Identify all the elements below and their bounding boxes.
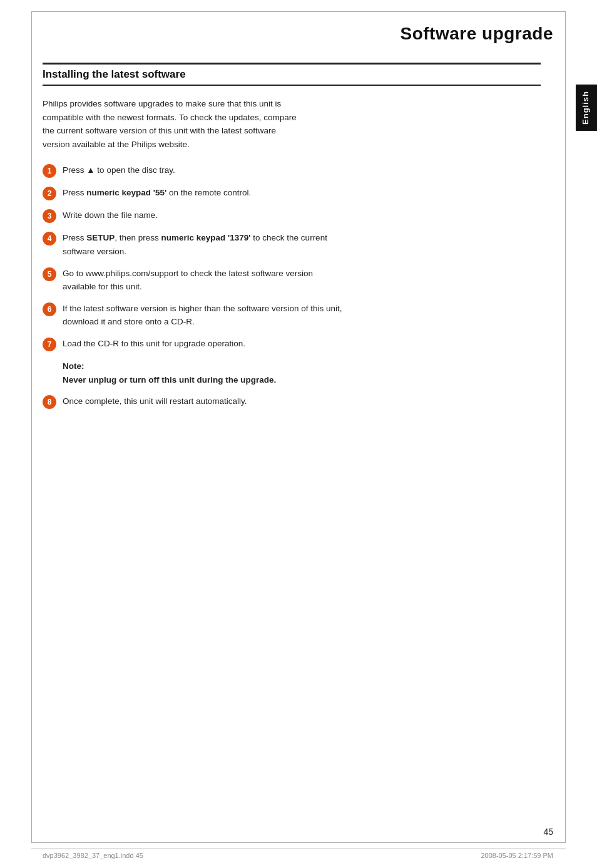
main-content: Installing the latest software Philips p… [43,63,541,455]
section-title: Installing the latest software [43,68,186,80]
step-text-4: Press SETUP, then press numeric keypad '… [63,231,343,258]
step-number-4: 4 [43,232,56,245]
step-number-7: 7 [43,338,56,351]
step-text-6: If the latest software version is higher… [63,302,343,329]
step-2: 2 Press numeric keypad '55' on the remot… [43,186,343,200]
page-number: 45 [543,827,553,837]
step-text-2: Press numeric keypad '55' on the remote … [63,186,251,200]
step-number-2: 2 [43,187,56,200]
border-right [565,11,566,843]
step-1: 1 Press ▲ to open the disc tray. [43,163,343,178]
step-number-6: 6 [43,302,56,316]
step-text-8: Once complete, this unit will restart au… [63,395,247,408]
note-body: Never unplug or turn off this unit durin… [63,375,276,385]
step-number-1: 1 [43,164,56,178]
border-bottom [31,842,566,843]
step-7: 7 Load the CD-R to this unit for upgrade… [43,337,343,351]
step-text-3: Write down the file name. [63,209,158,222]
step-number-5: 5 [43,267,56,281]
page-title: Software upgrade [401,24,553,44]
footer-text-left: dvp3962_3982_37_eng1.indd 45 [43,852,143,859]
step-text-7: Load the CD-R to this unit for upgrade o… [63,337,245,351]
footer-line [31,849,566,849]
note-label: Note: [63,361,84,371]
step-text-1: Press ▲ to open the disc tray. [63,163,175,177]
step-number-3: 3 [43,209,56,223]
step-4: 4 Press SETUP, then press numeric keypad… [43,231,343,258]
step-number-8: 8 [43,395,56,409]
step-text-5: Go to www.philips.com/support to check t… [63,267,343,294]
language-tab: English [576,85,597,131]
note-block: Note: Never unplug or turn off this unit… [63,359,344,386]
step-6: 6 If the latest software version is high… [43,302,343,329]
border-left [31,11,32,843]
step-3: 3 Write down the file name. [43,209,343,223]
border-top [31,11,566,12]
footer-text-right: 2008-05-05 2:17:59 PM [481,852,553,859]
intro-paragraph: Philips provides software upgrades to ma… [43,97,305,151]
step-8: 8 Once complete, this unit will restart … [43,395,343,409]
step-5: 5 Go to www.philips.com/support to check… [43,267,343,294]
section-header: Installing the latest software [43,63,541,86]
